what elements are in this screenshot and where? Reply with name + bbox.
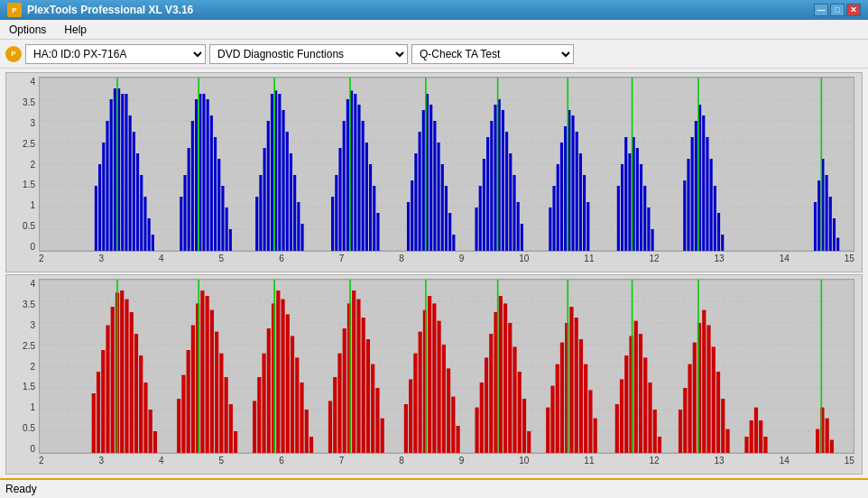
svg-rect-238 [575,318,578,453]
svg-rect-95 [517,202,520,251]
svg-rect-225 [503,303,507,453]
svg-rect-193 [333,377,337,453]
svg-rect-234 [560,343,564,453]
svg-rect-151 [101,350,105,453]
svg-rect-56 [335,175,337,251]
svg-rect-195 [343,328,346,453]
svg-rect-127 [706,137,708,251]
svg-rect-250 [643,357,647,453]
title-bar: P PlexTools Professional XL V3.16 — □ ✕ [0,0,868,20]
close-button[interactable]: ✕ [846,4,861,16]
svg-rect-54 [300,224,303,251]
svg-rect-99 [557,164,559,251]
maximize-button[interactable]: □ [830,4,845,16]
help-menu[interactable]: Help [59,22,92,38]
svg-rect-52 [293,175,296,251]
svg-rect-213 [438,321,441,453]
svg-rect-247 [634,321,638,453]
svg-rect-19 [129,115,132,251]
svg-rect-167 [191,325,195,453]
svg-rect-40 [229,229,232,251]
svg-rect-80 [445,186,448,251]
function-select[interactable]: DVD Diagnostic Functions [209,44,408,64]
svg-rect-189 [300,383,303,453]
svg-rect-11 [102,143,105,251]
top-chart-y-axis: 4 3.5 3 2.5 2 1.5 1 0.5 0 [8,77,39,252]
svg-rect-255 [683,388,687,453]
status-text: Ready [5,483,37,495]
svg-rect-137 [829,197,832,251]
svg-rect-169 [200,290,204,453]
app-title: PlexTools Professional XL V3.16 [27,4,193,16]
svg-rect-50 [286,132,289,251]
svg-rect-27 [183,175,186,251]
svg-rect-71 [414,153,417,251]
svg-rect-173 [215,332,218,453]
svg-rect-77 [433,121,436,251]
bottom-chart-x-axis: 2 3 4 5 6 7 8 9 10 11 12 13 14 15 [39,456,854,472]
mode-select[interactable]: Q-Check TA Test [411,44,574,64]
svg-rect-94 [512,175,515,251]
svg-rect-34 [207,99,209,251]
options-menu[interactable]: Options [4,22,51,38]
menu-bar: Options Help [0,20,868,40]
svg-rect-254 [679,410,682,453]
svg-rect-164 [177,399,180,453]
svg-rect-55 [331,197,334,251]
svg-rect-208 [419,332,422,453]
svg-rect-92 [505,132,508,251]
minimize-button[interactable]: — [814,4,828,16]
svg-rect-88 [494,105,496,251]
svg-rect-97 [549,208,551,251]
svg-rect-230 [527,431,531,453]
svg-rect-93 [509,153,512,251]
svg-rect-253 [658,437,661,453]
svg-rect-232 [550,386,554,453]
svg-rect-70 [411,180,413,251]
svg-rect-21 [136,153,139,251]
svg-rect-227 [512,346,516,453]
svg-rect-83 [475,208,477,251]
svg-rect-108 [586,202,589,251]
svg-rect-171 [206,296,209,453]
svg-rect-190 [305,410,309,453]
svg-rect-63 [357,105,360,251]
svg-rect-165 [181,375,185,453]
device-select[interactable]: HA:0 ID:0 PX-716A [25,44,206,64]
svg-rect-244 [620,379,623,453]
svg-rect-73 [422,110,425,251]
svg-rect-85 [483,159,485,251]
svg-rect-57 [338,148,341,251]
svg-rect-205 [404,404,408,453]
svg-rect-17 [125,94,127,251]
svg-rect-210 [428,296,431,453]
svg-rect-245 [624,355,628,453]
svg-rect-223 [499,296,503,453]
svg-rect-13 [110,99,113,251]
svg-rect-203 [375,388,379,453]
svg-rect-215 [447,368,450,453]
svg-rect-112 [628,153,631,251]
svg-rect-132 [814,202,817,251]
svg-rect-183 [276,290,280,453]
svg-rect-41 [255,197,258,251]
svg-rect-267 [750,420,753,453]
bottom-chart: 4 3.5 3 2.5 2 1.5 1 0.5 0 [5,274,863,475]
svg-rect-100 [560,143,563,251]
svg-rect-35 [210,115,213,251]
svg-rect-274 [826,419,829,453]
svg-rect-109 [617,186,620,251]
svg-rect-219 [480,383,484,453]
svg-rect-239 [579,339,583,453]
svg-rect-32 [202,94,205,251]
title-controls: — □ ✕ [814,4,861,16]
svg-rect-263 [716,372,720,453]
svg-rect-259 [702,310,706,453]
svg-rect-64 [362,121,365,251]
svg-rect-122 [691,137,694,251]
svg-rect-243 [615,404,619,453]
svg-rect-138 [833,218,836,251]
svg-rect-178 [253,401,256,453]
svg-rect-233 [556,364,559,453]
svg-rect-9 [95,186,97,251]
